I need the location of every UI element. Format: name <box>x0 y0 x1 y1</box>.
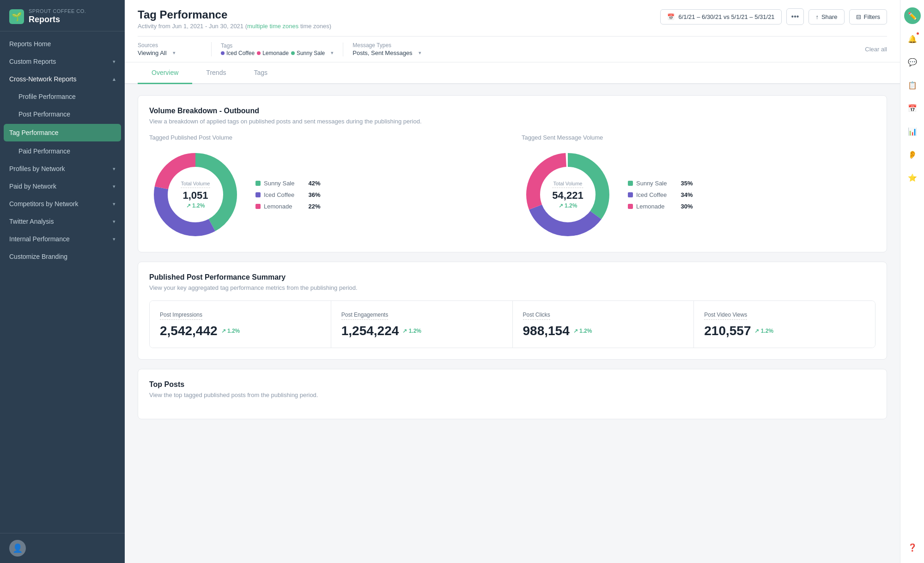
main-content: Tag Performance Activity from Jun 1, 202… <box>125 0 900 563</box>
metrics-row: Post Impressions 2,542,442 ↗ 1.2% Post E… <box>149 300 875 348</box>
tag-chip-sunny-sale: Sunny Sale <box>291 50 325 56</box>
notifications-button[interactable]: 🔔 <box>904 31 921 47</box>
message-types-filter[interactable]: Message Types Posts, Sent Messages ▾ <box>353 42 430 56</box>
product-name: Reports <box>29 15 86 24</box>
chart1-container: Total Volume 1,051 ↗ 1.2% Sunny Sale <box>149 148 503 241</box>
chevron-down-icon: ▾ <box>173 50 176 56</box>
top-posts-subtitle: View the top tagged published posts from… <box>149 392 875 398</box>
donut-chart-1: Total Volume 1,051 ↗ 1.2% <box>149 148 242 241</box>
filters-button[interactable]: ⊟ Filters <box>849 9 887 24</box>
help-button[interactable]: ❓ <box>904 539 921 556</box>
filters-bar: Sources Viewing All ▾ Tags Iced Coffee <box>138 36 887 62</box>
top-posts-section: Top Posts View the top tagged published … <box>138 369 887 419</box>
listening-button[interactable]: 👂 <box>904 146 921 163</box>
sidebar-item-custom-reports[interactable]: Custom Reports ▾ <box>0 53 125 70</box>
chevron-icon: ▾ <box>113 59 116 65</box>
share-button[interactable]: ↑ Share <box>808 9 844 24</box>
legend-dot <box>255 192 261 197</box>
volume-section-subtitle: View a breakdown of applied tags on publ… <box>149 118 875 125</box>
chart1-trend: ↗ 1.2% <box>181 202 210 209</box>
donut-center-1: Total Volume 1,051 ↗ 1.2% <box>181 181 210 209</box>
clear-all-button[interactable]: Clear all <box>865 46 887 53</box>
star-button[interactable]: ⭐ <box>904 169 921 186</box>
legend-dot <box>255 204 261 209</box>
sidebar-item-profile-performance[interactable]: Profile Performance <box>9 88 125 105</box>
chart2-trend: ↗ 1.2% <box>552 202 583 209</box>
user-avatar[interactable]: 👤 <box>9 540 26 557</box>
icon-rail: ✏️ 🔔 💬 📋 📅 📊 👂 ⭐ ❓ <box>900 0 924 563</box>
chart-sent-message-volume: Tagged Sent Message Volume <box>522 134 875 241</box>
share-icon: ↑ <box>815 13 819 20</box>
more-options-button[interactable]: ••• <box>786 8 804 25</box>
metric-card-impressions: Post Impressions 2,542,442 ↗ 1.2% <box>150 301 331 348</box>
tag-color-dot <box>221 51 225 55</box>
performance-summary-section: Published Post Performance Summary View … <box>138 262 887 360</box>
legend-item: Sunny Sale 42% <box>255 180 321 187</box>
chevron-icon: ▾ <box>113 184 116 190</box>
tasks-button[interactable]: 📋 <box>904 77 921 93</box>
legend-item: Iced Coffee 36% <box>255 191 321 198</box>
sources-filter[interactable]: Sources Viewing All ▾ <box>138 42 212 56</box>
performance-section-title: Published Post Performance Summary <box>149 273 875 282</box>
header-actions: 📅 6/1/21 – 6/30/21 vs 5/1/21 – 5/31/21 •… <box>660 8 887 25</box>
metric-trend: ↗ 1.2% <box>221 328 240 334</box>
metric-card-video-views: Post Video Views 210,557 ↗ 1.2% <box>694 301 875 348</box>
tag-chip-lemonade: Lemonade <box>257 50 289 56</box>
sidebar-item-internal-performance[interactable]: Internal Performance ▾ <box>0 230 125 248</box>
legend-dot <box>628 204 633 209</box>
sidebar-item-cross-network-reports[interactable]: Cross-Network Reports ▴ <box>0 70 125 88</box>
donut-chart-2: Total Volume 54,221 ↗ 1.2% <box>522 148 614 241</box>
legend-dot <box>628 181 633 186</box>
company-name: Sprout Coffee Co. <box>29 8 86 14</box>
tags-filter[interactable]: Tags Iced Coffee Lemonade Sunny Sale <box>221 43 343 56</box>
sidebar-footer: 👤 <box>0 533 125 563</box>
chevron-icon: ▴ <box>113 76 116 82</box>
sidebar-item-tag-performance[interactable]: Tag Performance <box>4 124 121 141</box>
brand-header: 🌱 Sprout Coffee Co. Reports <box>0 0 125 31</box>
page-subtitle: Activity from Jun 1, 2021 - Jun 30, 2021… <box>138 23 331 30</box>
page-title: Tag Performance <box>138 8 331 21</box>
analytics-button[interactable]: 📊 <box>904 123 921 140</box>
tag-color-dot <box>291 51 295 55</box>
sidebar-item-competitors-by-network[interactable]: Competitors by Network ▾ <box>0 195 125 213</box>
metric-card-clicks: Post Clicks 988,154 ↗ 1.2% <box>513 301 694 348</box>
date-range-button[interactable]: 📅 6/1/21 – 6/30/21 vs 5/1/21 – 5/31/21 <box>660 9 781 24</box>
chevron-down-icon: ▾ <box>419 50 421 56</box>
timezone-link[interactable]: multiple time zones <box>247 23 298 30</box>
legend-item: Sunny Sale 35% <box>628 180 693 187</box>
sidebar-item-twitter-analysis[interactable]: Twitter Analysis ▾ <box>0 213 125 230</box>
sidebar-item-reports-home[interactable]: Reports Home <box>0 35 125 53</box>
donut-center-2: Total Volume 54,221 ↗ 1.2% <box>552 181 583 209</box>
sidebar-item-paid-by-network[interactable]: Paid by Network ▾ <box>0 177 125 195</box>
sprout-logo-icon: 🌱 <box>9 9 24 24</box>
compose-button[interactable]: ✏️ <box>904 7 921 24</box>
chevron-down-icon: ▾ <box>331 50 334 56</box>
content-area: Volume Breakdown - Outbound View a break… <box>125 84 900 430</box>
legend-item: Lemonade 30% <box>628 203 693 210</box>
volume-section-title: Volume Breakdown - Outbound <box>149 107 875 115</box>
sidebar-item-paid-performance[interactable]: Paid Performance <box>9 142 125 160</box>
performance-section-subtitle: View your key aggregated tag performance… <box>149 284 875 291</box>
publishing-button[interactable]: 📅 <box>904 100 921 116</box>
chevron-icon: ▾ <box>113 201 116 207</box>
messages-button[interactable]: 💬 <box>904 54 921 70</box>
charts-row: Tagged Published Post Volume <box>149 134 875 241</box>
calendar-icon: 📅 <box>667 13 675 20</box>
notification-badge <box>916 31 920 36</box>
tab-trends[interactable]: Trends <box>192 62 240 84</box>
sidebar: 🌱 Sprout Coffee Co. Reports Reports Home… <box>0 0 125 563</box>
tab-overview[interactable]: Overview <box>138 62 192 84</box>
sidebar-item-customize-branding[interactable]: Customize Branding <box>0 248 125 265</box>
tab-tags[interactable]: Tags <box>240 62 281 84</box>
metric-card-engagements: Post Engagements 1,254,224 ↗ 1.2% <box>331 301 513 348</box>
chart2-container: Total Volume 54,221 ↗ 1.2% Sunny Sale <box>522 148 875 241</box>
chevron-icon: ▾ <box>113 166 116 172</box>
legend-item: Lemonade 22% <box>255 203 321 210</box>
chart2-label: Tagged Sent Message Volume <box>522 134 875 141</box>
chart1-legend: Sunny Sale 42% Iced Coffee 36% <box>255 180 321 210</box>
tag-color-dot <box>257 51 261 55</box>
metric-trend: ↗ 1.2% <box>754 328 773 334</box>
sidebar-item-profiles-by-network[interactable]: Profiles by Network ▾ <box>0 160 125 177</box>
sidebar-item-post-performance[interactable]: Post Performance <box>9 105 125 123</box>
legend-dot <box>255 181 261 186</box>
